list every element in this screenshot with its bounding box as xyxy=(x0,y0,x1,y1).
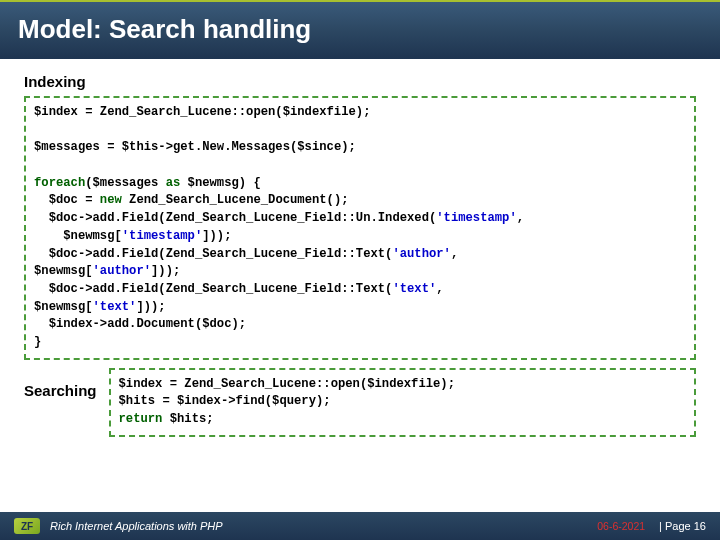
page-title: Model: Search handling xyxy=(18,14,702,45)
title-bar: Model: Search handling xyxy=(0,0,720,59)
indexing-label: Indexing xyxy=(24,73,696,90)
indexing-code-block: $index = Zend_Search_Lucene::open($index… xyxy=(24,96,696,360)
zf-logo-text: ZF xyxy=(21,521,33,532)
content-area: Indexing $index = Zend_Search_Lucene::op… xyxy=(0,59,720,437)
searching-label: Searching xyxy=(24,382,97,399)
searching-row: Searching $index = Zend_Search_Lucene::o… xyxy=(24,368,696,437)
footer-page: | Page 16 xyxy=(659,520,706,532)
footer-bar: ZF Rich Internet Applications with PHP 0… xyxy=(0,512,720,540)
footer-title: Rich Internet Applications with PHP xyxy=(50,520,597,532)
searching-code-block: $index = Zend_Search_Lucene::open($index… xyxy=(109,368,696,437)
footer-date: 06-6-2021 xyxy=(597,520,645,532)
zf-logo: ZF xyxy=(14,518,40,534)
